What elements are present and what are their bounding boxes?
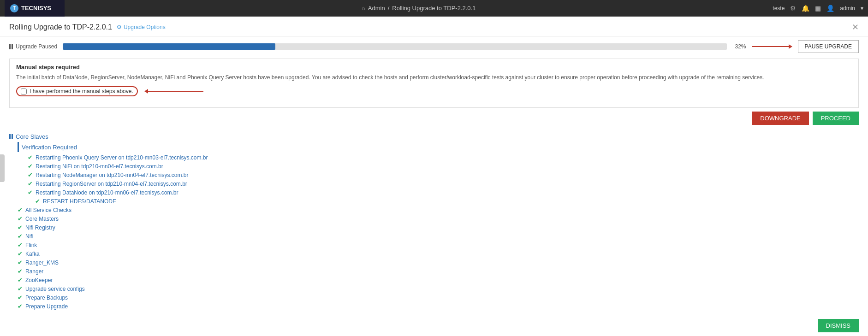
step-link[interactable]: Restarting DataNode on tdp210-mn06-el7.t… [36, 189, 178, 196]
step-link[interactable]: Restarting RegionServer on tdp210-mn04-e… [36, 181, 187, 187]
checkbox-oval: I have performed the manual steps above. [16, 86, 138, 96]
step-link[interactable]: Prepare Backups [25, 295, 68, 301]
list-item: ✔ Core Masters [9, 214, 859, 223]
navbar-user: teste [773, 5, 785, 12]
manual-steps-title: Manual steps required [16, 64, 852, 71]
navbar: T TECNISYS ⌂ Admin / Rolling Upgrade to … [0, 0, 868, 17]
bottom-dismiss-row: DISMISS [809, 315, 868, 336]
step-link[interactable]: RESTART HDFS/DATANODE [43, 198, 116, 205]
step-link[interactable]: Ranger [25, 268, 43, 275]
check-icon: ✔ [18, 285, 23, 292]
step-link[interactable]: Restarting NodeManager on tdp210-mn04-el… [36, 172, 189, 178]
sub-pause-icon [18, 142, 19, 152]
main-container: Rolling Upgrade to TDP-2.2.0.1 ⚙ Upgrade… [0, 17, 868, 336]
close-button[interactable]: ✕ [852, 22, 859, 32]
check-icon: ✔ [18, 242, 23, 248]
list-item: ✔ ZooKeeper [9, 276, 859, 284]
section-pause-icon [9, 134, 13, 139]
settings-icon[interactable]: ⚙ [790, 5, 796, 12]
list-item: ✔ Nifi [9, 232, 859, 241]
step-link[interactable]: Nifi [25, 233, 33, 240]
step-link[interactable]: Prepare Upgrade [25, 303, 68, 310]
action-buttons-row: DOWNGRADE PROCEED [0, 108, 868, 129]
checkbox-row: I have performed the manual steps above. [16, 86, 852, 96]
list-item: ✔ Flink [9, 241, 859, 249]
progress-bar-fill [63, 43, 275, 50]
list-item: ✔ RESTART HDFS/DATANODE [9, 197, 859, 206]
breadcrumb-admin[interactable]: Admin [368, 5, 385, 12]
verification-required-label[interactable]: Verification Required [22, 144, 77, 151]
list-item: ✔ Restarting NiFi on tdp210-mn04-el7.tec… [9, 162, 859, 171]
step-link[interactable]: Restarting Phoenix Query Server on tdp21… [36, 154, 208, 161]
pause-upgrade-button[interactable]: PAUSE UPGRADE [798, 40, 859, 53]
admin-label: admin [840, 5, 855, 12]
check-icon: ✔ [28, 180, 33, 187]
step-link[interactable]: Ranger_KMS [25, 259, 59, 266]
checkbox-label: I have performed the manual steps above. [30, 88, 133, 94]
check-icon: ✔ [18, 268, 23, 275]
bell-icon[interactable]: 🔔 [802, 5, 809, 12]
breadcrumb-current: Rolling Upgrade to TDP-2.2.0.1 [392, 5, 476, 12]
downgrade-button[interactable]: DOWNGRADE [752, 112, 809, 125]
list-item: ✔ Restarting DataNode on tdp210-mn06-el7… [9, 188, 859, 197]
navbar-right: teste ⚙ 🔔 ▦ 👤 admin ▾ [773, 5, 863, 12]
sidebar-handle[interactable] [0, 154, 5, 182]
step-link[interactable]: Kafka [25, 251, 40, 257]
user-icon[interactable]: 👤 [826, 5, 834, 12]
list-item: ✔ Restarting RegionServer on tdp210-mn04… [9, 179, 859, 188]
page-title-row: Rolling Upgrade to TDP-2.2.0.1 ⚙ Upgrade… [9, 23, 166, 31]
check-icon: ✔ [18, 233, 23, 240]
step-link[interactable]: Core Masters [25, 216, 59, 222]
check-icon: ✔ [28, 189, 33, 196]
upgrade-paused-label: Upgrade Paused [16, 43, 57, 50]
check-icon: ✔ [35, 198, 40, 205]
grid-icon[interactable]: ▦ [815, 5, 821, 12]
check-icon: ✔ [18, 294, 23, 301]
upgrade-options-link[interactable]: ⚙ Upgrade Options [117, 24, 166, 30]
brand-label: TECNISYS [21, 5, 51, 12]
step-link[interactable]: ZooKeeper [25, 277, 53, 283]
check-icon: ✔ [18, 277, 23, 283]
breadcrumb: ⌂ Admin / Rolling Upgrade to TDP-2.2.0.1 [65, 5, 773, 12]
manual-steps-checkbox[interactable] [21, 88, 27, 94]
check-icon: ✔ [18, 250, 23, 257]
brand[interactable]: T TECNISYS [5, 0, 65, 17]
list-item: ✔ All Service Checks [9, 206, 859, 214]
list-item: ✔ Restarting NodeManager on tdp210-mn04-… [9, 171, 859, 179]
step-link[interactable]: All Service Checks [25, 207, 71, 213]
manual-steps-desc: The initial batch of DataNode, RegionSer… [16, 73, 852, 82]
step-link[interactable]: Flink [25, 242, 37, 248]
step-link[interactable]: Restarting NiFi on tdp210-mn04-el7.tecni… [36, 163, 163, 170]
progress-percent: 32% [732, 43, 746, 50]
check-icon: ✔ [28, 171, 33, 178]
check-icon: ✔ [18, 303, 23, 310]
core-slaves-label[interactable]: Core Slaves [16, 133, 48, 140]
list-item: ✔ Kafka [9, 249, 859, 258]
pause-bars-icon [9, 44, 13, 49]
arrow-left-head [144, 89, 148, 94]
list-item: ✔ Upgrade service configs [9, 284, 859, 293]
page-title: Rolling Upgrade to TDP-2.2.0.1 [9, 23, 112, 31]
home-icon: ⌂ [362, 5, 365, 12]
check-icon: ✔ [18, 259, 23, 266]
arrow-line [752, 46, 789, 47]
gear-small-icon: ⚙ [117, 24, 122, 30]
page-header: Rolling Upgrade to TDP-2.2.0.1 ⚙ Upgrade… [0, 17, 868, 36]
list-item: ✔ Restarting Phoenix Query Server on tdp… [9, 153, 859, 162]
check-icon: ✔ [18, 224, 23, 231]
list-item: ✔ Nifi Registry [9, 223, 859, 232]
manual-steps-section: Manual steps required The initial batch … [9, 59, 859, 108]
check-icon: ✔ [18, 206, 23, 213]
verification-required-header: Verification Required [18, 142, 859, 152]
dropdown-icon: ▾ [861, 5, 863, 12]
arrow-annotation [752, 44, 792, 49]
left-arrow-annotation [144, 89, 203, 94]
arrow-head [789, 44, 792, 49]
core-slaves-header: Core Slaves [9, 133, 859, 140]
proceed-button[interactable]: PROCEED [813, 112, 859, 125]
step-link[interactable]: Nifi Registry [25, 224, 55, 231]
list-item: ✔ Prepare Upgrade [9, 302, 859, 311]
step-link[interactable]: Upgrade service configs [25, 286, 85, 292]
dismiss-button[interactable]: DISMISS [818, 319, 859, 332]
breadcrumb-sep: / [388, 5, 390, 12]
